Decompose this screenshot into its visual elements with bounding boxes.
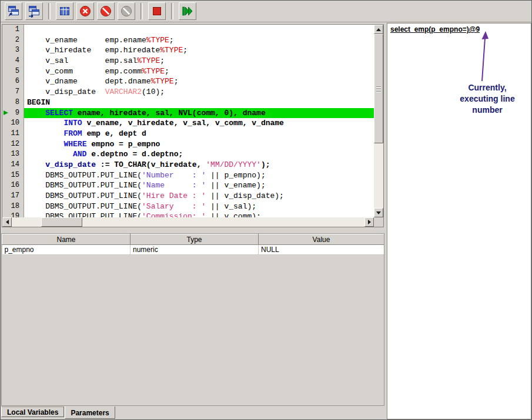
code-line: DBMS_OUTPUT.PUT_LINE('Number : ' || p_em…: [24, 170, 374, 181]
callout-arrow-icon: [473, 29, 496, 85]
red-x-circle-icon: [79, 5, 92, 18]
toolbar: [1, 1, 531, 22]
toolbar-separator: [140, 3, 143, 19]
horizontal-scroll-thumb[interactable]: [41, 217, 82, 227]
tab-local-variables[interactable]: Local Variables: [1, 406, 64, 417]
scroll-right-button[interactable]: [364, 217, 374, 227]
scroll-up-button[interactable]: [374, 25, 383, 34]
callstack-panel: select_emp(p_empno=)@9 Currently, execut…: [387, 23, 531, 419]
current-line: SELECT ename, hiredate, sal, NVL(comm, 0…: [24, 108, 374, 119]
code-line: AND e.deptno = d.deptno;: [24, 149, 374, 160]
line-number: 8: [2, 98, 24, 108]
line-number: 9: [2, 108, 24, 119]
column-header-value[interactable]: Value: [259, 234, 384, 245]
line-number: 10: [2, 118, 24, 129]
line-number: 18: [2, 201, 24, 212]
callout-line: number: [443, 105, 531, 116]
horizontal-scrollbar[interactable]: [2, 217, 374, 227]
variables-table: NameTypeValue p_empnonumericNULL: [2, 234, 384, 255]
code-line: INTO v_ename, v_hiredate, v_sal, v_comm,…: [24, 118, 374, 129]
tab-parameters[interactable]: Parameters: [65, 406, 115, 419]
code-line: v_ename emp.ename%TYPE;: [24, 35, 374, 46]
line-number: 17: [2, 191, 24, 201]
scroll-left-button[interactable]: [2, 217, 12, 227]
code-line: DBMS_OUTPUT.PUT_LINE('Salary : ' || v_sa…: [24, 201, 374, 212]
arrow-right-icon: [368, 220, 371, 224]
toolbar-button-cancel[interactable]: [97, 2, 115, 20]
variables-table-header: NameTypeValue: [2, 234, 384, 245]
code-line: v_sal emp.sal%TYPE;: [24, 56, 374, 66]
variables-view: NameTypeValue p_empnonumericNULL: [1, 233, 384, 406]
table-row[interactable]: p_empnonumericNULL: [2, 245, 384, 255]
thumb-grip-icon: [376, 91, 381, 92]
gray-slash-circle-icon: [120, 5, 133, 18]
line-number: 1: [2, 25, 24, 35]
callout-line: executing line: [443, 93, 531, 105]
arrow-left-icon: [6, 220, 9, 224]
vertical-scroll-thumb[interactable]: [374, 34, 383, 143]
code-line: v_comm emp.comm%TYPE;: [24, 66, 374, 77]
code-area[interactable]: v_ename emp.ename%TYPE; v_hiredate emp.h…: [24, 25, 374, 217]
red-slash-circle-icon: [99, 5, 112, 18]
code-line: DBMS_OUTPUT.PUT_LINE('Name : ' || v_enam…: [24, 180, 374, 191]
line-number: 11: [2, 129, 24, 139]
line-number: 7: [2, 87, 24, 98]
line-number: 19: [2, 211, 24, 217]
grid-icon: [58, 5, 71, 18]
code-line: DBMS_OUTPUT.PUT_LINE('Commission: ' || v…: [24, 211, 374, 217]
step-into-icon: [7, 5, 20, 18]
step-over-icon: [28, 5, 41, 18]
variables-table-body: p_empnonumericNULL: [2, 245, 384, 255]
toolbar-separator: [48, 3, 51, 19]
thumb-grip-icon: [376, 86, 381, 87]
line-number: 3: [2, 45, 24, 56]
code-line: BEGIN: [24, 98, 374, 108]
line-number: 14: [2, 160, 24, 170]
callout-annotation: Currently, executing line number: [443, 82, 531, 116]
line-number: 16: [2, 180, 24, 191]
toolbar-button-resume[interactable]: [179, 2, 196, 20]
line-number: 13: [2, 149, 24, 160]
code-editor: 12345678910111213141516171819 v_ename em…: [2, 24, 384, 227]
line-number: 15: [2, 170, 24, 181]
column-header-name[interactable]: Name: [2, 234, 131, 245]
stack-frame-entry[interactable]: select_emp(p_empno=)@9: [390, 25, 480, 33]
code-line: FROM emp e, dept d: [24, 129, 374, 139]
line-number: 2: [2, 35, 24, 46]
execution-pointer-icon: [4, 110, 8, 115]
scroll-down-button[interactable]: [374, 208, 383, 217]
table-cell: p_empno: [2, 245, 131, 255]
column-header-type[interactable]: Type: [131, 234, 259, 245]
code-line: v_disp_date VARCHAR2(10);: [24, 87, 374, 98]
debugger-window: 12345678910111213141516171819 v_ename em…: [0, 0, 532, 420]
arrow-down-icon: [376, 211, 381, 214]
line-number: 4: [2, 56, 24, 66]
line-number: 12: [2, 139, 24, 150]
scrollbar-corner: [374, 217, 383, 227]
toolbar-button-step-over[interactable]: [25, 2, 43, 20]
code-line: v_disp_date := TO_CHAR(v_hiredate, 'MM/D…: [24, 160, 374, 170]
toolbar-button-breakpoint-list[interactable]: [56, 2, 73, 20]
gutter[interactable]: 12345678910111213141516171819: [2, 25, 24, 217]
code-line: WHERE empno = p_empno: [24, 139, 374, 150]
red-square-stop-icon: [150, 5, 163, 18]
toolbar-button-step-into[interactable]: [5, 2, 22, 20]
callout-line: Currently,: [443, 82, 531, 93]
bottom-tabs: Local VariablesParameters: [1, 406, 116, 419]
table-cell: numeric: [131, 245, 259, 255]
code-line: v_hiredate emp.hiredate%TYPE;: [24, 45, 374, 56]
code-line: v_dname dept.dname%TYPE;: [24, 76, 374, 87]
vertical-scrollbar[interactable]: [374, 25, 383, 217]
variables-panel: NameTypeValue p_empnonumericNULL Local V…: [1, 230, 386, 419]
arrow-up-icon: [376, 28, 381, 31]
table-cell: NULL: [259, 245, 384, 255]
line-number: 6: [2, 76, 24, 87]
toolbar-button-cancel-disabled[interactable]: [118, 2, 135, 20]
toolbar-separator: [171, 3, 173, 19]
green-fast-forward-icon: [181, 5, 194, 18]
line-number: 5: [2, 66, 24, 77]
code-line: DBMS_OUTPUT.PUT_LINE('Hire Date : ' || v…: [24, 191, 374, 201]
editor-view: 12345678910111213141516171819 v_ename em…: [2, 25, 374, 217]
toolbar-button-stop[interactable]: [148, 2, 166, 20]
toolbar-button-terminate[interactable]: [76, 2, 94, 20]
